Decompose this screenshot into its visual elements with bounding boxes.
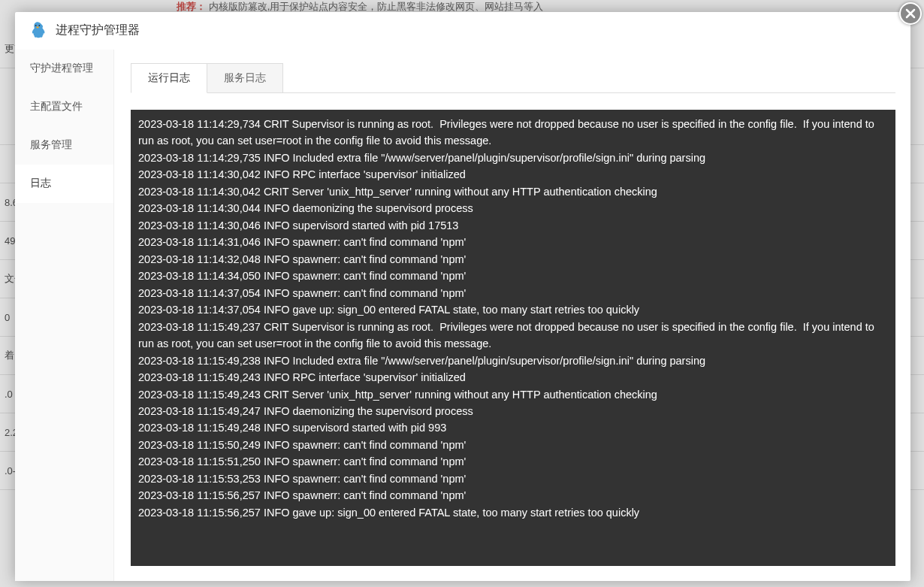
log-output[interactable]: 2023-03-18 11:14:29,734 CRIT Supervisor … [131,110,895,566]
sidebar-item-log[interactable]: 日志 [15,165,113,203]
close-icon [904,8,916,20]
sidebar: 守护进程管理 主配置文件 服务管理 日志 [15,50,114,581]
modal-title: 进程守护管理器 [56,23,140,38]
modal-body: 守护进程管理 主配置文件 服务管理 日志 运行日志 服务日志 2023-03-1… [15,50,910,581]
sidebar-item-process-guard[interactable]: 守护进程管理 [15,50,113,88]
sidebar-item-main-config[interactable]: 主配置文件 [15,88,113,126]
penguin-icon [27,20,48,41]
svg-point-2 [36,26,39,28]
process-guard-modal: 进程守护管理器 守护进程管理 主配置文件 服务管理 日志 运行日志 服务日志 2… [15,12,910,581]
close-button[interactable] [899,2,922,25]
modal-header: 进程守护管理器 [15,12,910,50]
log-tabs: 运行日志 服务日志 [131,63,895,93]
svg-point-1 [38,25,40,26]
tab-run-log[interactable]: 运行日志 [131,63,207,93]
svg-point-0 [35,25,37,26]
main-content: 运行日志 服务日志 2023-03-18 11:14:29,734 CRIT S… [114,50,910,581]
tab-service-log[interactable]: 服务日志 [207,63,283,92]
sidebar-item-service-manage[interactable]: 服务管理 [15,126,113,165]
